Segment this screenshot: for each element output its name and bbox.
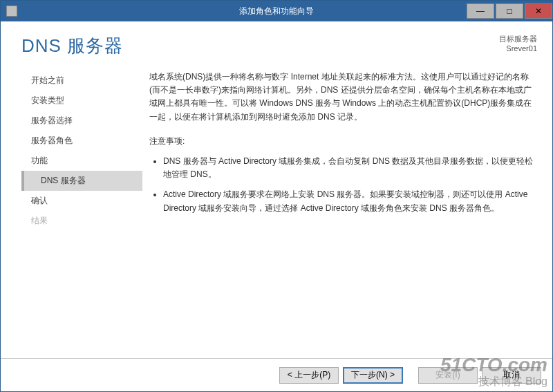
intro-paragraph: 域名系统(DNS)提供一种将名称与数字 Internet 地址关联起来的标准方法… <box>149 71 537 124</box>
target-server-label: 目标服务器 <box>499 34 537 44</box>
header-row: DNS 服务器 目标服务器 Srever01 <box>21 34 537 58</box>
note-item: Active Directory 域服务要求在网络上安装 DNS 服务器。如果要… <box>163 188 537 214</box>
notes-list: DNS 服务器与 Active Directory 域服务集成，会自动复制 DN… <box>149 155 537 215</box>
nav-installation-type[interactable]: 安装类型 <box>21 91 142 111</box>
close-button[interactable]: ✕ <box>525 3 552 19</box>
minimize-icon: — <box>476 6 485 16</box>
app-icon <box>6 6 17 17</box>
nav-before-you-begin[interactable]: 开始之前 <box>21 71 142 91</box>
maximize-button[interactable]: □ <box>496 3 523 19</box>
body-row: 开始之前 安装类型 服务器选择 服务器角色 功能 DNS 服务器 确认 结果 域… <box>21 71 537 358</box>
cancel-button[interactable]: 取消 <box>482 367 541 384</box>
window-title: 添加角色和功能向导 <box>239 6 314 17</box>
wizard-footer: < 上一步(P) 下一步(N) > 安装(I) 取消 <box>1 358 552 391</box>
wizard-nav: 开始之前 安装类型 服务器选择 服务器角色 功能 DNS 服务器 确认 结果 <box>21 71 142 358</box>
wizard-window: 添加角色和功能向导 — □ ✕ DNS 服务器 目标服务器 Srever01 开 <box>0 0 553 392</box>
nav-server-selection[interactable]: 服务器选择 <box>21 111 142 131</box>
titlebar-left <box>6 6 17 17</box>
nav-features[interactable]: 功能 <box>21 151 142 171</box>
close-icon: ✕ <box>535 6 542 16</box>
titlebar-controls: — □ ✕ <box>465 3 552 19</box>
content-area: DNS 服务器 目标服务器 Srever01 开始之前 安装类型 服务器选择 服… <box>1 21 552 358</box>
target-server-name: Srever01 <box>499 44 537 53</box>
nav-results: 结果 <box>21 211 142 231</box>
main-content: 域名系统(DNS)提供一种将名称与数字 Internet 地址关联起来的标准方法… <box>142 71 537 358</box>
target-server-info: 目标服务器 Srever01 <box>499 34 537 54</box>
notes-label: 注意事项: <box>149 135 537 148</box>
maximize-icon: □ <box>507 6 512 16</box>
minimize-button[interactable]: — <box>467 3 494 19</box>
install-button: 安装(I) <box>418 367 478 384</box>
nav-confirmation[interactable]: 确认 <box>21 191 142 211</box>
titlebar: 添加角色和功能向导 — □ ✕ <box>1 1 552 21</box>
nav-server-roles[interactable]: 服务器角色 <box>21 131 142 151</box>
note-item: DNS 服务器与 Active Directory 域服务集成，会自动复制 DN… <box>163 155 537 181</box>
next-button[interactable]: 下一步(N) > <box>343 367 403 384</box>
previous-button[interactable]: < 上一步(P) <box>279 367 339 384</box>
page-title: DNS 服务器 <box>21 34 123 58</box>
nav-dns-server[interactable]: DNS 服务器 <box>21 171 142 191</box>
